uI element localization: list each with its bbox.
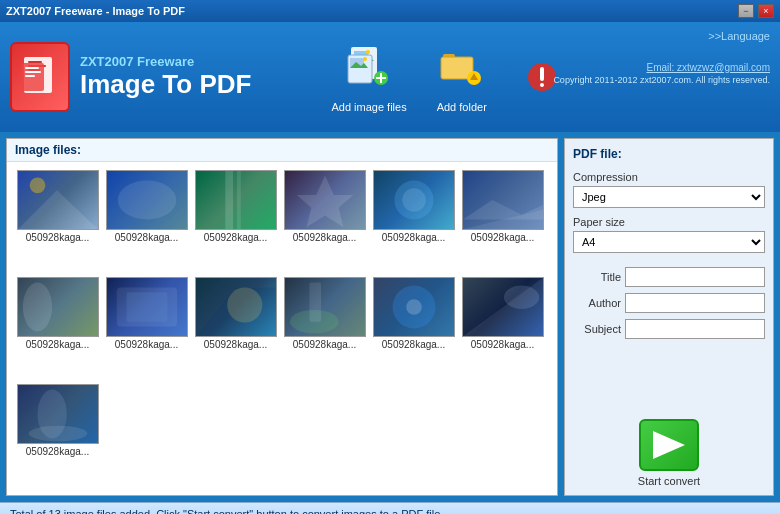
svg-rect-32 (196, 171, 276, 230)
list-item[interactable]: 050928kaga... (371, 170, 456, 273)
svg-marker-42 (463, 200, 543, 220)
title-row: Title (573, 267, 765, 287)
list-item[interactable]: 050928kaga... (15, 277, 100, 380)
svg-rect-1 (28, 61, 42, 63)
title-bar-controls: − × (738, 4, 774, 18)
thumbnail (373, 170, 455, 230)
pdf-file-title: PDF file: (573, 147, 765, 161)
image-files-title: Image files: (7, 139, 557, 162)
image-label: 050928kaga... (373, 232, 455, 243)
right-panel: PDF file: Compression Jpeg PNG BMP Paper… (564, 138, 774, 496)
header: ZXT2007 Freeware Image To PDF (0, 22, 780, 132)
title-bar-text: ZXT2007 Freeware - Image To PDF (6, 5, 185, 17)
logo-text-area: ZXT2007 Freeware Image To PDF (80, 54, 251, 100)
svg-rect-47 (126, 292, 167, 321)
add-image-label: Add image files (331, 101, 406, 113)
status-message: Total of 13 image files added. Click "St… (10, 508, 443, 515)
list-item[interactable]: 050928kaga... (15, 170, 100, 273)
image-label: 050928kaga... (284, 232, 366, 243)
svg-point-15 (363, 57, 367, 61)
logo-brand: ZXT2007 Freeware (80, 54, 251, 69)
svg-marker-63 (653, 431, 685, 459)
image-label: 050928kaga... (17, 339, 99, 350)
meta-fields: Title Author Subject (573, 267, 765, 345)
thumbnail (462, 170, 544, 230)
paper-size-group: Paper size A4 A3 Letter Legal (573, 216, 765, 253)
thumbnail (195, 170, 277, 230)
close-button[interactable]: × (758, 4, 774, 18)
subject-row: Subject (573, 319, 765, 339)
compression-select[interactable]: Jpeg PNG BMP (573, 186, 765, 208)
svg-rect-25 (540, 67, 544, 81)
start-convert-button[interactable] (639, 419, 699, 471)
list-item[interactable]: 050928kaga... (104, 170, 189, 273)
list-item[interactable]: 050928kaga... (193, 170, 278, 273)
svg-rect-7 (25, 75, 35, 77)
add-image-icon (344, 42, 394, 97)
image-label: 050928kaga... (462, 339, 544, 350)
paper-size-select[interactable]: A4 A3 Letter Legal (573, 231, 765, 253)
svg-point-29 (29, 178, 45, 194)
svg-point-56 (406, 299, 422, 315)
title-input[interactable] (625, 267, 765, 287)
thumbnail (106, 170, 188, 230)
svg-marker-50 (196, 287, 276, 336)
add-image-button[interactable]: Add image files (331, 42, 406, 113)
svg-rect-34 (236, 171, 240, 230)
copyright-text: Copyright 2011-2012 zxt2007.com. All rig… (553, 75, 770, 85)
thumbnail (17, 384, 99, 444)
svg-rect-6 (25, 71, 41, 73)
image-grid: 050928kaga... 050928kaga... 050928kaga..… (7, 162, 557, 495)
svg-point-62 (37, 390, 66, 439)
thumbnail (17, 170, 99, 230)
thumbnail (284, 277, 366, 337)
list-item[interactable]: 050928kaga... (193, 277, 278, 380)
logo-area: ZXT2007 Freeware Image To PDF (10, 42, 251, 112)
author-row: Author (573, 293, 765, 313)
thumbnail (373, 277, 455, 337)
list-item[interactable]: 050928kaga... (104, 277, 189, 380)
convert-btn-area: Start convert (573, 409, 765, 487)
svg-marker-36 (296, 176, 353, 228)
logo-icon (10, 42, 70, 112)
subject-label: Subject (573, 323, 621, 335)
list-item[interactable]: 050928kaga... (15, 384, 100, 487)
compression-group: Compression Jpeg PNG BMP (573, 171, 765, 208)
toolbar-buttons: Add image files Add folder (331, 42, 566, 113)
list-item[interactable]: 050928kaga... (460, 170, 545, 273)
svg-point-59 (503, 286, 538, 309)
convert-label: Start convert (638, 475, 700, 487)
list-item[interactable]: 050928kaga... (371, 277, 456, 380)
list-item[interactable]: 050928kaga... (282, 170, 367, 273)
thumbnail (195, 277, 277, 337)
list-item[interactable]: 050928kaga... (460, 277, 545, 380)
image-label: 050928kaga... (373, 339, 455, 350)
svg-marker-28 (18, 190, 98, 229)
image-label: 050928kaga... (17, 232, 99, 243)
image-label: 050928kaga... (195, 232, 277, 243)
list-item[interactable]: 050928kaga... (282, 277, 367, 380)
subject-input[interactable] (625, 319, 765, 339)
header-right: >>Language Email: zxtwzwz@gmail.com Copy… (553, 30, 770, 85)
author-label: Author (573, 297, 621, 309)
left-panel: Image files: 050928kaga... 050928kaga...… (6, 138, 558, 496)
thumbnail (17, 277, 99, 337)
add-folder-button[interactable]: Add folder (437, 42, 487, 113)
svg-point-11 (366, 50, 370, 54)
language-link[interactable]: >>Language (553, 30, 770, 42)
main-content: Image files: 050928kaga... 050928kaga...… (0, 132, 780, 502)
svg-rect-26 (540, 83, 544, 87)
title-label: Title (573, 271, 621, 283)
email-link[interactable]: Email: zxtwzwz@gmail.com (553, 62, 770, 73)
svg-rect-18 (376, 77, 386, 79)
status-bar: Total of 13 image files added. Click "St… (0, 502, 780, 514)
paper-size-label: Paper size (573, 216, 765, 228)
minimize-button[interactable]: − (738, 4, 754, 18)
image-label: 050928kaga... (462, 232, 544, 243)
thumbnail (106, 277, 188, 337)
svg-rect-33 (225, 171, 233, 230)
svg-point-44 (22, 283, 51, 332)
author-input[interactable] (625, 293, 765, 313)
title-bar: ZXT2007 Freeware - Image To PDF − × (0, 0, 780, 22)
svg-point-31 (117, 180, 176, 219)
